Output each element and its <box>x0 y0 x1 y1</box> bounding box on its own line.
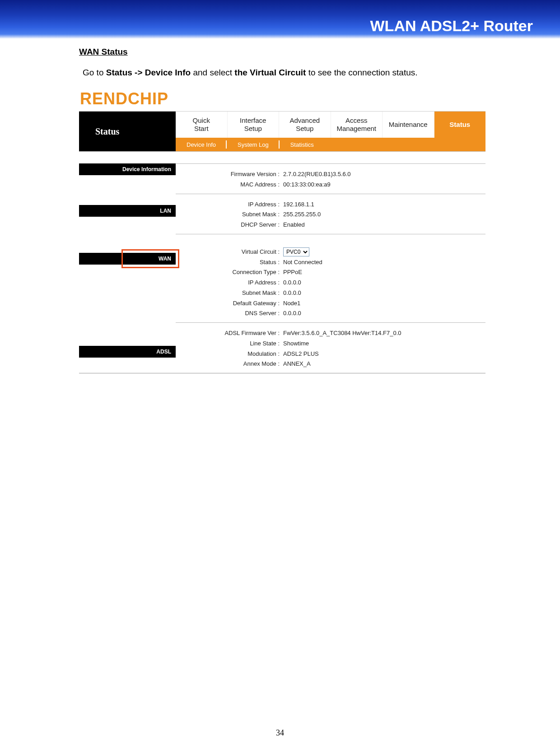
section-adsl: ADSL <box>79 346 176 358</box>
tab-maintenance-label: Maintenance <box>389 121 428 129</box>
tab-advanced-setup-label: Advanced Setup <box>289 116 320 133</box>
page-number: 34 <box>0 728 560 738</box>
section-heading: WAN Status <box>79 47 479 57</box>
kv-adsl-line: Line State :Showtime <box>176 339 485 349</box>
lan-mask-label: Subnet Mask : <box>176 209 282 220</box>
wan-highlight: WAN <box>79 253 176 265</box>
wan-conn-label: Connection Type : <box>176 267 282 278</box>
kv-wan-gw: Default Gateway :Node1 <box>176 298 485 309</box>
adsl-annex-label: Annex Mode : <box>176 359 282 369</box>
instruction-pre: Go to <box>83 68 106 77</box>
section-lan: LAN <box>79 205 176 217</box>
sub-tabs: Device Info System Log Statistics <box>176 138 485 151</box>
section-device-info: Device Information <box>79 163 176 175</box>
banner-title: WLAN ADSL2+ Router <box>370 17 533 35</box>
lan-ip-value: 192.168.1.1 <box>282 200 485 210</box>
kv-mac: MAC Address :00:13:33:00:ea:a9 <box>176 180 485 190</box>
tabs-right: Quick Start Interface Setup Advanced Set… <box>176 112 485 151</box>
wan-dns-label: DNS Server : <box>176 308 282 319</box>
lan-ip-label: IP Address : <box>176 200 282 210</box>
vc-label: Virtual Circuit : <box>176 247 282 257</box>
wan-gw-value: Node1 <box>282 298 485 309</box>
lan-dhcp-value: Enabled <box>282 220 485 230</box>
wan-mask-value: 0.0.0.0 <box>282 288 485 298</box>
kv-lan-ip: IP Address :192.168.1.1 <box>176 200 485 210</box>
wan-status-value: Not Connected <box>282 257 485 268</box>
instruction-select: the Virtual Circuit <box>234 68 306 77</box>
wan-status-label: Status : <box>176 257 282 268</box>
tab-quick-start[interactable]: Quick Start <box>176 112 228 138</box>
kv-adsl-fw: ADSL Firmware Ver :FwVer:3.5.6.0_A_TC308… <box>176 328 485 339</box>
kv-lan-mask: Subnet Mask :255.255.255.0 <box>176 209 485 220</box>
tab-access-mgmt-label: Access Management <box>336 116 376 133</box>
virtual-circuit-select[interactable]: PVC0 <box>283 247 309 256</box>
subtab-device-info[interactable]: Device Info <box>176 138 227 151</box>
kv-adsl-mod: Modulation :ADSL2 PLUS <box>176 349 485 359</box>
tabs-row: Status Quick Start Interface Setup Advan… <box>79 111 485 152</box>
subtab-system-log[interactable]: System Log <box>227 138 280 151</box>
wan-mask-label: Subnet Mask : <box>176 288 282 298</box>
tab-advanced-setup[interactable]: Advanced Setup <box>279 112 331 138</box>
adsl-annex-value: ANNEX_A <box>282 359 485 369</box>
lan-dhcp-label: DHCP Server : <box>176 220 282 230</box>
tab-maintenance[interactable]: Maintenance <box>383 112 434 138</box>
wan-ip-label: IP Address : <box>176 278 282 288</box>
info-area: Device Information LAN WAN ADSL Firmware… <box>79 152 485 373</box>
lan-block: IP Address :192.168.1.1 Subnet Mask :255… <box>176 194 485 234</box>
wan-gw-label: Default Gateway : <box>176 298 282 309</box>
instruction-text: Go to Status -> Device Info and select t… <box>83 68 479 78</box>
vc-value-wrap: PVC0 <box>282 247 485 257</box>
tab-interface-setup[interactable]: Interface Setup <box>228 112 280 138</box>
instruction-mid: and select <box>191 68 234 77</box>
adsl-fw-label: ADSL Firmware Ver : <box>176 328 282 339</box>
instruction-nav: Status -> Device Info <box>106 68 191 77</box>
kv-wan-ip: IP Address :0.0.0.0 <box>176 278 485 288</box>
kv-wan-dns: DNS Server :0.0.0.0 <box>176 308 485 319</box>
kv-wan-status: Status :Not Connected <box>176 257 485 268</box>
kv-firmware: Firmware Version :2.7.0.22(RUE0.B1)3.5.6… <box>176 169 485 180</box>
tab-access-management[interactable]: Access Management <box>331 112 383 138</box>
instruction-post: to see the connection status. <box>306 68 417 77</box>
kv-adsl-annex: Annex Mode :ANNEX_A <box>176 359 485 369</box>
kv-wan-conn: Connection Type :PPPoE <box>176 267 485 278</box>
document-content: WAN Status Go to Status -> Device Info a… <box>0 39 479 373</box>
tab-quick-start-label: Quick Start <box>193 116 210 133</box>
mac-label: MAC Address : <box>176 180 282 190</box>
main-tabs: Quick Start Interface Setup Advanced Set… <box>176 112 485 138</box>
adsl-mod-value: ADSL2 PLUS <box>282 349 485 359</box>
wan-dns-value: 0.0.0.0 <box>282 308 485 319</box>
adsl-mod-label: Modulation : <box>176 349 282 359</box>
mac-value: 00:13:33:00:ea:a9 <box>282 180 485 190</box>
page-banner: WLAN ADSL2+ Router <box>0 0 560 39</box>
section-wan: WAN <box>79 253 176 265</box>
adsl-fw-value: FwVer:3.5.6.0_A_TC3084 HwVer:T14.F7_0.0 <box>282 328 485 339</box>
tab-status[interactable]: Status <box>434 112 486 138</box>
subtab-statistics[interactable]: Statistics <box>280 138 325 151</box>
wan-ip-value: 0.0.0.0 <box>282 278 485 288</box>
brand-logo: RENDCHIP <box>79 88 485 111</box>
router-screenshot: RENDCHIP Status Quick Start Interface Se… <box>79 88 485 373</box>
tab-status-label: Status <box>449 121 470 129</box>
adsl-line-label: Line State : <box>176 339 282 349</box>
wan-conn-value: PPPoE <box>282 267 485 278</box>
kv-vc: Virtual Circuit : PVC0 <box>176 247 485 257</box>
kv-lan-dhcp: DHCP Server :Enabled <box>176 220 485 230</box>
tab-interface-setup-label: Interface Setup <box>240 116 266 133</box>
wan-block: Virtual Circuit : PVC0 Status :Not Conne… <box>176 234 485 322</box>
left-column: Device Information LAN WAN ADSL <box>79 152 176 373</box>
lan-mask-value: 255.255.255.0 <box>282 209 485 220</box>
firmware-label: Firmware Version : <box>176 169 282 180</box>
device-info-block: Firmware Version :2.7.0.22(RUE0.B1)3.5.6… <box>176 163 485 194</box>
tabs-left-label: Status <box>79 112 176 151</box>
adsl-line-value: Showtime <box>282 339 485 349</box>
right-column: Firmware Version :2.7.0.22(RUE0.B1)3.5.6… <box>176 152 485 373</box>
adsl-block: ADSL Firmware Ver :FwVer:3.5.6.0_A_TC308… <box>176 322 485 373</box>
kv-wan-mask: Subnet Mask :0.0.0.0 <box>176 288 485 298</box>
firmware-value: 2.7.0.22(RUE0.B1)3.5.6.0 <box>282 169 485 180</box>
